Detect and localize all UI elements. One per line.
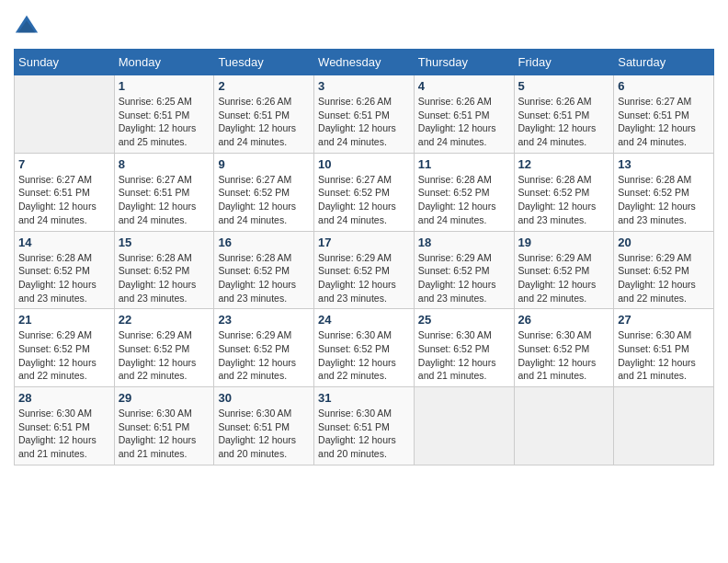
day-number: 7 [18,157,110,171]
day-cell: 4Sunrise: 6:26 AMSunset: 6:51 PMDaylight… [414,75,514,154]
day-cell [414,387,514,465]
day-number: 28 [18,391,110,405]
day-cell: 5Sunrise: 6:26 AMSunset: 6:51 PMDaylight… [514,75,614,154]
day-number: 22 [119,313,210,327]
header-cell-friday: Friday [514,50,614,75]
day-info: Sunrise: 6:26 AMSunset: 6:51 PMDaylight:… [518,95,610,149]
day-info: Sunrise: 6:28 AMSunset: 6:52 PMDaylight:… [18,251,110,305]
day-number: 11 [418,157,510,171]
day-cell: 24Sunrise: 6:30 AMSunset: 6:52 PMDayligh… [314,309,415,387]
day-info: Sunrise: 6:30 AMSunset: 6:51 PMDaylight:… [18,407,110,461]
day-info: Sunrise: 6:27 AMSunset: 6:52 PMDaylight:… [318,173,410,227]
day-number: 5 [518,79,610,93]
day-number: 8 [119,157,210,171]
calendar-table: SundayMondayTuesdayWednesdayThursdayFrid… [14,49,714,465]
day-cell: 16Sunrise: 6:28 AMSunset: 6:52 PMDayligh… [214,231,314,309]
day-info: Sunrise: 6:29 AMSunset: 6:52 PMDaylight:… [418,251,510,305]
logo [14,14,43,40]
logo-icon [14,14,40,40]
day-info: Sunrise: 6:26 AMSunset: 6:51 PMDaylight:… [218,95,310,149]
day-cell: 15Sunrise: 6:28 AMSunset: 6:52 PMDayligh… [114,231,214,309]
day-info: Sunrise: 6:26 AMSunset: 6:51 PMDaylight:… [418,95,510,149]
day-cell: 6Sunrise: 6:27 AMSunset: 6:51 PMDaylight… [614,75,714,154]
day-info: Sunrise: 6:30 AMSunset: 6:51 PMDaylight:… [218,407,310,461]
day-cell: 9Sunrise: 6:27 AMSunset: 6:52 PMDaylight… [214,153,314,231]
day-info: Sunrise: 6:27 AMSunset: 6:52 PMDaylight:… [218,173,310,227]
day-info: Sunrise: 6:27 AMSunset: 6:51 PMDaylight:… [119,173,210,227]
day-number: 23 [218,313,310,327]
day-number: 4 [418,79,510,93]
day-cell: 19Sunrise: 6:29 AMSunset: 6:52 PMDayligh… [514,231,614,309]
header-cell-wednesday: Wednesday [314,50,415,75]
day-info: Sunrise: 6:25 AMSunset: 6:51 PMDaylight:… [119,95,210,149]
day-cell: 7Sunrise: 6:27 AMSunset: 6:51 PMDaylight… [15,153,115,231]
week-row-4: 21Sunrise: 6:29 AMSunset: 6:52 PMDayligh… [15,309,714,387]
day-info: Sunrise: 6:29 AMSunset: 6:52 PMDaylight:… [18,328,110,383]
day-info: Sunrise: 6:30 AMSunset: 6:51 PMDaylight:… [119,407,210,461]
day-cell: 29Sunrise: 6:30 AMSunset: 6:51 PMDayligh… [114,387,214,465]
header-cell-sunday: Sunday [15,50,115,75]
day-number: 1 [119,79,210,93]
day-cell: 3Sunrise: 6:26 AMSunset: 6:51 PMDaylight… [314,75,415,154]
day-number: 10 [318,157,410,171]
day-number: 20 [618,236,710,249]
day-cell: 20Sunrise: 6:29 AMSunset: 6:52 PMDayligh… [614,231,714,309]
day-cell: 25Sunrise: 6:30 AMSunset: 6:52 PMDayligh… [414,309,514,387]
day-cell: 28Sunrise: 6:30 AMSunset: 6:51 PMDayligh… [15,387,115,465]
day-info: Sunrise: 6:28 AMSunset: 6:52 PMDaylight:… [218,251,310,305]
day-number: 9 [218,157,310,171]
header-cell-monday: Monday [114,50,214,75]
page-header [14,14,714,40]
day-cell: 14Sunrise: 6:28 AMSunset: 6:52 PMDayligh… [15,231,115,309]
day-info: Sunrise: 6:30 AMSunset: 6:52 PMDaylight:… [518,328,610,383]
day-cell: 17Sunrise: 6:29 AMSunset: 6:52 PMDayligh… [314,231,415,309]
day-info: Sunrise: 6:27 AMSunset: 6:51 PMDaylight:… [618,95,710,149]
day-number: 18 [418,236,510,249]
day-cell: 1Sunrise: 6:25 AMSunset: 6:51 PMDaylight… [114,75,214,154]
day-cell: 23Sunrise: 6:29 AMSunset: 6:52 PMDayligh… [214,309,314,387]
day-cell [15,75,115,154]
day-cell: 26Sunrise: 6:30 AMSunset: 6:52 PMDayligh… [514,309,614,387]
day-info: Sunrise: 6:29 AMSunset: 6:52 PMDaylight:… [618,251,710,305]
header-cell-thursday: Thursday [414,50,514,75]
day-cell: 22Sunrise: 6:29 AMSunset: 6:52 PMDayligh… [114,309,214,387]
day-number: 3 [318,79,410,93]
week-row-5: 28Sunrise: 6:30 AMSunset: 6:51 PMDayligh… [15,387,714,465]
day-info: Sunrise: 6:28 AMSunset: 6:52 PMDaylight:… [119,251,210,305]
day-cell: 27Sunrise: 6:30 AMSunset: 6:51 PMDayligh… [614,309,714,387]
day-cell: 12Sunrise: 6:28 AMSunset: 6:52 PMDayligh… [514,153,614,231]
day-cell: 18Sunrise: 6:29 AMSunset: 6:52 PMDayligh… [414,231,514,309]
day-info: Sunrise: 6:30 AMSunset: 6:51 PMDaylight:… [318,407,410,461]
day-number: 29 [119,391,210,405]
day-number: 26 [518,313,610,327]
day-number: 13 [618,157,710,171]
day-cell: 30Sunrise: 6:30 AMSunset: 6:51 PMDayligh… [214,387,314,465]
day-number: 21 [18,313,110,327]
day-number: 15 [119,236,210,249]
day-number: 2 [218,79,310,93]
day-info: Sunrise: 6:29 AMSunset: 6:52 PMDaylight:… [518,251,610,305]
day-info: Sunrise: 6:28 AMSunset: 6:52 PMDaylight:… [618,173,710,227]
day-number: 6 [618,79,710,93]
day-number: 25 [418,313,510,327]
day-number: 27 [618,313,710,327]
header-cell-tuesday: Tuesday [214,50,314,75]
week-row-1: 1Sunrise: 6:25 AMSunset: 6:51 PMDaylight… [15,75,714,154]
header-cell-saturday: Saturday [614,50,714,75]
day-info: Sunrise: 6:29 AMSunset: 6:52 PMDaylight:… [318,251,410,305]
calendar-header-row: SundayMondayTuesdayWednesdayThursdayFrid… [15,50,714,75]
day-number: 31 [318,391,410,405]
day-number: 16 [218,236,310,249]
day-info: Sunrise: 6:29 AMSunset: 6:52 PMDaylight:… [119,328,210,383]
day-info: Sunrise: 6:30 AMSunset: 6:52 PMDaylight:… [418,328,510,383]
day-info: Sunrise: 6:28 AMSunset: 6:52 PMDaylight:… [418,173,510,227]
day-info: Sunrise: 6:26 AMSunset: 6:51 PMDaylight:… [318,95,410,149]
week-row-3: 14Sunrise: 6:28 AMSunset: 6:52 PMDayligh… [15,231,714,309]
day-cell: 10Sunrise: 6:27 AMSunset: 6:52 PMDayligh… [314,153,415,231]
day-cell [614,387,714,465]
day-cell: 11Sunrise: 6:28 AMSunset: 6:52 PMDayligh… [414,153,514,231]
calendar-body: 1Sunrise: 6:25 AMSunset: 6:51 PMDaylight… [15,75,714,465]
day-info: Sunrise: 6:30 AMSunset: 6:51 PMDaylight:… [618,328,710,383]
day-info: Sunrise: 6:29 AMSunset: 6:52 PMDaylight:… [218,328,310,383]
day-info: Sunrise: 6:30 AMSunset: 6:52 PMDaylight:… [318,328,410,383]
